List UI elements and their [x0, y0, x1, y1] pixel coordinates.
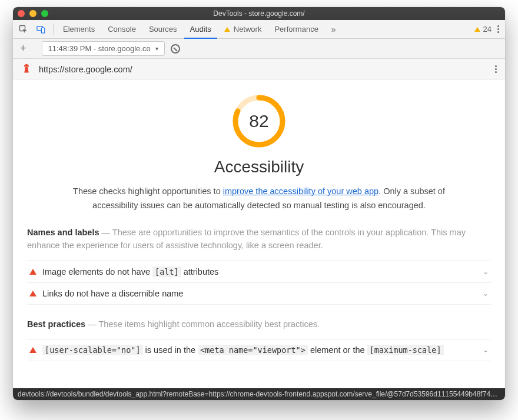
section-heading: Best practices — These items highlight c… [27, 318, 491, 331]
tab-elements[interactable]: Elements [57, 20, 101, 39]
fail-icon [29, 269, 36, 275]
tab-performance[interactable]: Performance [268, 20, 324, 39]
section-heading: Names and labels — These are opportuniti… [27, 226, 491, 252]
section-best-practices: Best practices — These items highlight c… [27, 318, 491, 361]
chevron-down-icon: ⌄ [483, 346, 489, 354]
issues-count-value: 24 [483, 25, 492, 34]
window-title: DevTools - store.google.com/ [13, 9, 505, 18]
tab-network[interactable]: Network [218, 20, 268, 39]
lighthouse-icon [21, 63, 32, 75]
audit-list: Image elements do not have [alt] attribu… [27, 261, 491, 305]
audit-link-name[interactable]: Links do not have a discernible name ⌄ [27, 283, 491, 305]
titlebar: DevTools - store.google.com/ [13, 7, 505, 20]
report-content: 82 Accessibility These checks highlight … [13, 80, 505, 400]
dropdown-caret-icon: ▾ [155, 45, 158, 52]
separator [53, 24, 54, 35]
minimize-window-button[interactable] [29, 10, 36, 17]
report-menu-icon[interactable] [495, 65, 497, 73]
svg-rect-2 [41, 28, 44, 33]
audit-title: Image elements do not have [alt] attribu… [42, 267, 218, 276]
report-label: 11:48:39 PM - store.google.co [48, 44, 151, 53]
accessibility-learn-more-link[interactable]: improve the accessibility of your web ap… [223, 186, 378, 196]
fail-icon [29, 291, 36, 296]
section-names-labels: Names and labels — These are opportuniti… [27, 226, 491, 305]
issues-counter[interactable]: 24 [474, 25, 492, 34]
tab-overflow-button[interactable]: » [326, 20, 341, 39]
report-url-bar: https://store.google.com/ [13, 59, 505, 80]
chevron-down-icon: ⌄ [483, 289, 489, 298]
close-window-button[interactable] [18, 10, 25, 17]
status-bar: devtools://devtools/bundled/devtools_app… [13, 388, 505, 400]
kebab-menu-icon[interactable] [497, 25, 499, 33]
tab-console[interactable]: Console [102, 20, 142, 39]
report-url: https://store.google.com/ [39, 65, 132, 74]
audit-viewport-scalable[interactable]: [user-scalable="no"] is used in the <met… [27, 339, 491, 361]
window-controls [18, 10, 48, 17]
score-value: 82 [232, 94, 286, 148]
device-toggle-icon[interactable] [33, 21, 49, 38]
devtools-window: DevTools - store.google.com/ Elements Co… [13, 7, 505, 400]
audit-title: [user-scalable="no"] is used in the <met… [42, 345, 444, 355]
audit-title: Links do not have a discernible name [42, 289, 183, 298]
inspect-element-icon[interactable] [15, 21, 32, 38]
chevron-down-icon: ⌄ [483, 268, 489, 276]
warning-icon [474, 27, 480, 32]
tab-network-label: Network [234, 25, 262, 34]
clear-report-icon[interactable] [171, 44, 180, 54]
new-audit-button[interactable]: + [16, 42, 30, 55]
category-description: These checks highlight opportunities to … [71, 185, 447, 213]
audit-list: [user-scalable="no"] is used in the <met… [27, 339, 491, 361]
audits-toolbar: + 11:48:39 PM - store.google.co ▾ [13, 39, 505, 59]
tab-audits[interactable]: Audits [184, 20, 217, 39]
report-selector[interactable]: 11:48:39 PM - store.google.co ▾ [42, 41, 165, 56]
score-gauge: 82 Accessibility These checks highlight … [27, 91, 491, 213]
zoom-window-button[interactable] [41, 10, 48, 17]
category-title: Accessibility [214, 158, 304, 176]
audit-image-alt[interactable]: Image elements do not have [alt] attribu… [27, 261, 491, 283]
tab-sources[interactable]: Sources [143, 20, 183, 39]
warning-icon [224, 27, 230, 32]
panel-tabbar: Elements Console Sources Audits Network … [13, 20, 505, 39]
fail-icon [29, 347, 36, 353]
